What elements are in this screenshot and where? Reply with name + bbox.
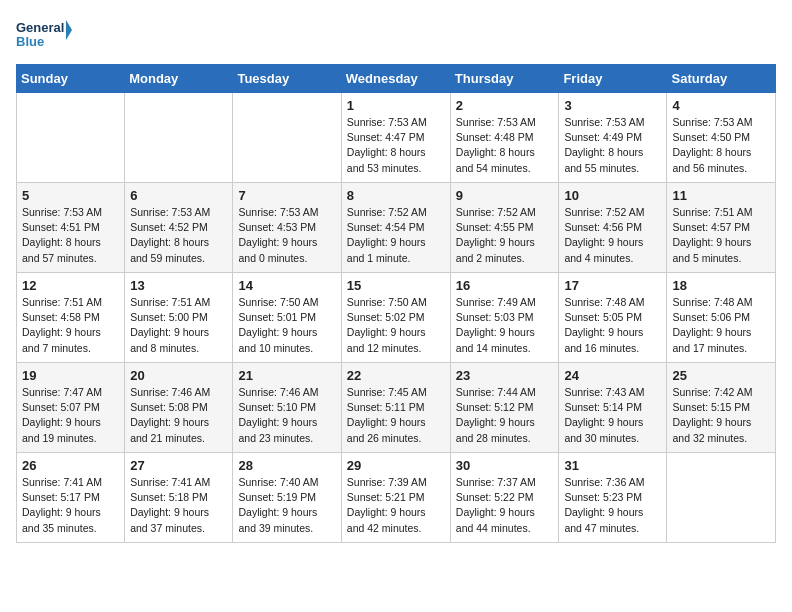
calendar-cell (233, 93, 341, 183)
calendar-cell: 12Sunrise: 7:51 AM Sunset: 4:58 PM Dayli… (17, 273, 125, 363)
calendar-cell: 10Sunrise: 7:52 AM Sunset: 4:56 PM Dayli… (559, 183, 667, 273)
day-number: 2 (456, 98, 554, 113)
calendar-cell: 6Sunrise: 7:53 AM Sunset: 4:52 PM Daylig… (125, 183, 233, 273)
calendar-cell: 15Sunrise: 7:50 AM Sunset: 5:02 PM Dayli… (341, 273, 450, 363)
calendar-cell: 8Sunrise: 7:52 AM Sunset: 4:54 PM Daylig… (341, 183, 450, 273)
weekday-header-sunday: Sunday (17, 65, 125, 93)
weekday-header-friday: Friday (559, 65, 667, 93)
day-info: Sunrise: 7:39 AM Sunset: 5:21 PM Dayligh… (347, 475, 445, 536)
weekday-header-row: SundayMondayTuesdayWednesdayThursdayFrid… (17, 65, 776, 93)
day-number: 13 (130, 278, 227, 293)
day-number: 25 (672, 368, 770, 383)
day-info: Sunrise: 7:36 AM Sunset: 5:23 PM Dayligh… (564, 475, 661, 536)
day-info: Sunrise: 7:51 AM Sunset: 4:58 PM Dayligh… (22, 295, 119, 356)
day-info: Sunrise: 7:48 AM Sunset: 5:06 PM Dayligh… (672, 295, 770, 356)
day-number: 16 (456, 278, 554, 293)
day-number: 20 (130, 368, 227, 383)
day-number: 3 (564, 98, 661, 113)
calendar-table: SundayMondayTuesdayWednesdayThursdayFrid… (16, 64, 776, 543)
day-info: Sunrise: 7:53 AM Sunset: 4:49 PM Dayligh… (564, 115, 661, 176)
day-number: 24 (564, 368, 661, 383)
day-info: Sunrise: 7:47 AM Sunset: 5:07 PM Dayligh… (22, 385, 119, 446)
day-info: Sunrise: 7:53 AM Sunset: 4:48 PM Dayligh… (456, 115, 554, 176)
calendar-cell: 21Sunrise: 7:46 AM Sunset: 5:10 PM Dayli… (233, 363, 341, 453)
day-info: Sunrise: 7:50 AM Sunset: 5:02 PM Dayligh… (347, 295, 445, 356)
logo-svg: General Blue (16, 16, 72, 52)
day-info: Sunrise: 7:49 AM Sunset: 5:03 PM Dayligh… (456, 295, 554, 356)
logo: General Blue (16, 16, 72, 52)
calendar-cell: 9Sunrise: 7:52 AM Sunset: 4:55 PM Daylig… (450, 183, 559, 273)
day-number: 22 (347, 368, 445, 383)
day-number: 1 (347, 98, 445, 113)
weekday-header-saturday: Saturday (667, 65, 776, 93)
day-number: 10 (564, 188, 661, 203)
calendar-cell: 20Sunrise: 7:46 AM Sunset: 5:08 PM Dayli… (125, 363, 233, 453)
calendar-cell: 25Sunrise: 7:42 AM Sunset: 5:15 PM Dayli… (667, 363, 776, 453)
day-number: 9 (456, 188, 554, 203)
day-number: 17 (564, 278, 661, 293)
calendar-cell: 27Sunrise: 7:41 AM Sunset: 5:18 PM Dayli… (125, 453, 233, 543)
day-number: 27 (130, 458, 227, 473)
day-number: 4 (672, 98, 770, 113)
weekday-header-wednesday: Wednesday (341, 65, 450, 93)
day-info: Sunrise: 7:52 AM Sunset: 4:55 PM Dayligh… (456, 205, 554, 266)
calendar-week-row: 26Sunrise: 7:41 AM Sunset: 5:17 PM Dayli… (17, 453, 776, 543)
calendar-cell: 24Sunrise: 7:43 AM Sunset: 5:14 PM Dayli… (559, 363, 667, 453)
calendar-cell: 30Sunrise: 7:37 AM Sunset: 5:22 PM Dayli… (450, 453, 559, 543)
day-info: Sunrise: 7:46 AM Sunset: 5:08 PM Dayligh… (130, 385, 227, 446)
calendar-cell: 16Sunrise: 7:49 AM Sunset: 5:03 PM Dayli… (450, 273, 559, 363)
calendar-cell: 28Sunrise: 7:40 AM Sunset: 5:19 PM Dayli… (233, 453, 341, 543)
day-info: Sunrise: 7:53 AM Sunset: 4:50 PM Dayligh… (672, 115, 770, 176)
day-info: Sunrise: 7:41 AM Sunset: 5:17 PM Dayligh… (22, 475, 119, 536)
weekday-header-thursday: Thursday (450, 65, 559, 93)
day-info: Sunrise: 7:52 AM Sunset: 4:56 PM Dayligh… (564, 205, 661, 266)
day-info: Sunrise: 7:51 AM Sunset: 4:57 PM Dayligh… (672, 205, 770, 266)
calendar-cell: 31Sunrise: 7:36 AM Sunset: 5:23 PM Dayli… (559, 453, 667, 543)
calendar-cell: 26Sunrise: 7:41 AM Sunset: 5:17 PM Dayli… (17, 453, 125, 543)
weekday-header-tuesday: Tuesday (233, 65, 341, 93)
day-info: Sunrise: 7:53 AM Sunset: 4:47 PM Dayligh… (347, 115, 445, 176)
day-number: 5 (22, 188, 119, 203)
day-number: 23 (456, 368, 554, 383)
calendar-week-row: 19Sunrise: 7:47 AM Sunset: 5:07 PM Dayli… (17, 363, 776, 453)
calendar-cell: 23Sunrise: 7:44 AM Sunset: 5:12 PM Dayli… (450, 363, 559, 453)
day-number: 19 (22, 368, 119, 383)
day-info: Sunrise: 7:46 AM Sunset: 5:10 PM Dayligh… (238, 385, 335, 446)
day-info: Sunrise: 7:41 AM Sunset: 5:18 PM Dayligh… (130, 475, 227, 536)
day-info: Sunrise: 7:53 AM Sunset: 4:51 PM Dayligh… (22, 205, 119, 266)
day-info: Sunrise: 7:50 AM Sunset: 5:01 PM Dayligh… (238, 295, 335, 356)
day-number: 11 (672, 188, 770, 203)
page-header: General Blue (16, 16, 776, 52)
calendar-cell: 19Sunrise: 7:47 AM Sunset: 5:07 PM Dayli… (17, 363, 125, 453)
day-number: 12 (22, 278, 119, 293)
day-number: 30 (456, 458, 554, 473)
day-info: Sunrise: 7:40 AM Sunset: 5:19 PM Dayligh… (238, 475, 335, 536)
calendar-cell: 11Sunrise: 7:51 AM Sunset: 4:57 PM Dayli… (667, 183, 776, 273)
day-number: 18 (672, 278, 770, 293)
weekday-header-monday: Monday (125, 65, 233, 93)
calendar-cell: 7Sunrise: 7:53 AM Sunset: 4:53 PM Daylig… (233, 183, 341, 273)
day-number: 21 (238, 368, 335, 383)
day-number: 26 (22, 458, 119, 473)
calendar-cell: 18Sunrise: 7:48 AM Sunset: 5:06 PM Dayli… (667, 273, 776, 363)
calendar-cell: 13Sunrise: 7:51 AM Sunset: 5:00 PM Dayli… (125, 273, 233, 363)
calendar-week-row: 12Sunrise: 7:51 AM Sunset: 4:58 PM Dayli… (17, 273, 776, 363)
day-info: Sunrise: 7:43 AM Sunset: 5:14 PM Dayligh… (564, 385, 661, 446)
calendar-week-row: 1Sunrise: 7:53 AM Sunset: 4:47 PM Daylig… (17, 93, 776, 183)
calendar-cell: 22Sunrise: 7:45 AM Sunset: 5:11 PM Dayli… (341, 363, 450, 453)
day-number: 29 (347, 458, 445, 473)
calendar-cell: 4Sunrise: 7:53 AM Sunset: 4:50 PM Daylig… (667, 93, 776, 183)
day-number: 8 (347, 188, 445, 203)
day-number: 15 (347, 278, 445, 293)
calendar-cell: 17Sunrise: 7:48 AM Sunset: 5:05 PM Dayli… (559, 273, 667, 363)
calendar-cell: 3Sunrise: 7:53 AM Sunset: 4:49 PM Daylig… (559, 93, 667, 183)
calendar-cell: 5Sunrise: 7:53 AM Sunset: 4:51 PM Daylig… (17, 183, 125, 273)
day-number: 28 (238, 458, 335, 473)
calendar-week-row: 5Sunrise: 7:53 AM Sunset: 4:51 PM Daylig… (17, 183, 776, 273)
svg-text:General: General (16, 20, 64, 35)
day-info: Sunrise: 7:53 AM Sunset: 4:53 PM Dayligh… (238, 205, 335, 266)
svg-marker-2 (66, 20, 72, 40)
calendar-cell: 2Sunrise: 7:53 AM Sunset: 4:48 PM Daylig… (450, 93, 559, 183)
day-info: Sunrise: 7:45 AM Sunset: 5:11 PM Dayligh… (347, 385, 445, 446)
day-info: Sunrise: 7:51 AM Sunset: 5:00 PM Dayligh… (130, 295, 227, 356)
